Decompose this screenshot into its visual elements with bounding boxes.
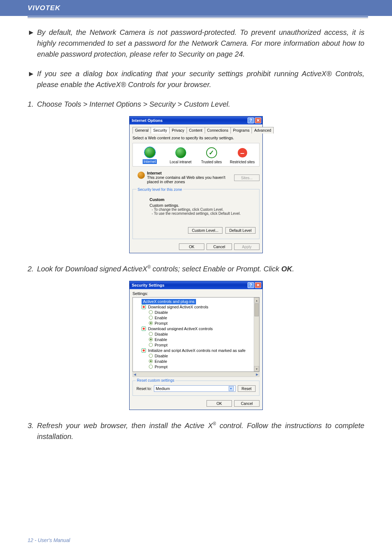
zone-label: Trusted sites (201, 160, 222, 164)
select-value: Medium (156, 386, 170, 391)
scroll-left-icon[interactable]: ◀ (134, 373, 136, 376)
bullet-2: ► If you see a dialog box indicating tha… (28, 68, 364, 90)
security-level-fieldset: Security level for this zone Custom Cust… (132, 189, 260, 239)
tree-item-label: Initialize and script ActiveX controls n… (148, 348, 245, 353)
dialog-title: Security Settings (132, 283, 248, 287)
cancel-button[interactable]: Cancel (207, 243, 232, 250)
step-3-text: Refresh your web browser, then install t… (37, 420, 364, 442)
tree-item[interactable]: Disable (134, 310, 259, 315)
tree-item: Download signed ActiveX controls (134, 304, 259, 310)
close-icon[interactable]: ✕ (255, 118, 261, 123)
radio-icon[interactable] (149, 321, 153, 325)
ok-button[interactable]: OK (179, 243, 204, 250)
radio-icon[interactable] (149, 354, 153, 358)
step-number: 1. (28, 99, 37, 110)
page-header: VIVOTEK (0, 0, 392, 16)
tree-item-label: Prompt (155, 365, 167, 369)
tree-item[interactable]: Prompt (134, 364, 259, 370)
tab-programs[interactable]: Programs (230, 127, 252, 134)
tree-item[interactable]: Prompt (134, 342, 259, 348)
custom-hint-2: - To use the recommended settings, click… (152, 212, 256, 216)
step-1: 1. Choose Tools > Internet Options > Sec… (28, 99, 364, 110)
close-icon[interactable]: ✕ (255, 282, 261, 288)
globe-icon (175, 147, 186, 158)
default-level-button[interactable]: Default Level (225, 227, 256, 234)
internet-options-dialog: Internet Options ? ✕ General Security Pr… (129, 116, 263, 253)
apply-button[interactable]: Apply (234, 243, 260, 250)
radio-icon[interactable] (149, 343, 153, 347)
bullet-2-text: If you see a dialog box indicating that … (37, 68, 364, 90)
reset-legend: Reset custom settings (136, 378, 175, 382)
gear-icon (142, 327, 146, 331)
step-3: 3. Refresh your web browser, then instal… (28, 420, 364, 442)
scroll-up-icon[interactable]: ▴ (254, 297, 259, 303)
reset-button[interactable]: Reset (238, 385, 256, 392)
zone-trusted-sites[interactable]: ✓ Trusted sites (199, 147, 224, 164)
page-footer: 12 - User's Manual (28, 537, 70, 543)
tree-item-label: Disable (155, 354, 168, 358)
zone-description: This zone contains all Web sites you hav… (147, 175, 225, 184)
tree-item[interactable]: Prompt (134, 321, 259, 326)
zone-restricted-sites[interactable]: – Restricted sites (230, 147, 255, 164)
tree-item-label: Prompt (155, 343, 167, 347)
sites-button[interactable]: Sites... (234, 175, 260, 181)
tab-general[interactable]: General (132, 127, 151, 134)
radio-icon[interactable] (149, 365, 153, 369)
tree-item[interactable]: Enable (134, 359, 259, 364)
custom-level-button[interactable]: Custom Level... (188, 227, 222, 234)
dialog-titlebar[interactable]: Internet Options ? ✕ (130, 116, 262, 124)
custom-subtitle: Custom settings. (150, 203, 256, 208)
tree-item-label: ActiveX controls and plug-ins (143, 299, 195, 304)
horizontal-scrollbar[interactable]: ◀ ▶ (132, 372, 260, 377)
tree-item-label: Enable (155, 359, 167, 364)
custom-title: Custom (150, 197, 256, 202)
step-number: 2. (28, 263, 37, 274)
reset-to-select[interactable]: Medium ▾ (154, 385, 236, 392)
tab-security[interactable]: Security (151, 127, 170, 134)
help-icon[interactable]: ? (248, 282, 254, 288)
radio-icon[interactable] (149, 332, 153, 336)
reset-fieldset: Reset custom settings Reset to: Medium ▾… (132, 381, 260, 396)
tree-item: ActiveX controls and plug-ins (142, 299, 196, 304)
zone-label: Local intranet (170, 160, 191, 164)
fieldset-legend: Security level for this zone (136, 187, 183, 192)
help-icon[interactable]: ? (248, 118, 254, 123)
zone-hint: Select a Web content zone to specify its… (132, 136, 260, 140)
zone-name: Internet (147, 171, 234, 175)
tab-connections[interactable]: Connections (205, 127, 231, 134)
security-settings-dialog: Security Settings ? ✕ Settings: ▴▾Active… (129, 281, 263, 410)
zone-local-intranet[interactable]: Local intranet (168, 147, 193, 164)
tree-item-label: Disable (155, 332, 168, 336)
tree-item[interactable]: Disable (134, 353, 259, 359)
gear-icon (142, 305, 146, 309)
tree-item[interactable]: Enable (134, 337, 259, 342)
cancel-button[interactable]: Cancel (234, 400, 260, 407)
radio-icon[interactable] (149, 359, 153, 363)
settings-tree[interactable]: ▴▾ActiveX controls and plug-insDownload … (132, 297, 260, 372)
dialog-titlebar[interactable]: Security Settings ? ✕ (130, 281, 262, 289)
tab-privacy[interactable]: Privacy (169, 127, 187, 134)
ok-button[interactable]: OK (207, 400, 232, 407)
scroll-right-icon[interactable]: ▶ (256, 373, 258, 376)
radio-icon[interactable] (149, 316, 153, 320)
tree-item[interactable]: Enable (134, 315, 259, 321)
tree-item-label: Disable (155, 310, 168, 315)
zone-picker: Internet Local intranet ✓ Trusted sites … (132, 143, 260, 167)
radio-icon[interactable] (149, 337, 153, 341)
step-2-text: Look for Download signed ActiveX® contro… (37, 263, 364, 274)
chevron-down-icon: ▾ (229, 386, 234, 391)
tree-item[interactable]: Disable (134, 332, 259, 337)
zone-label: Restricted sites (230, 160, 254, 164)
tree-item-label: Prompt (155, 321, 167, 325)
globe-icon (138, 172, 145, 179)
minus-icon: – (237, 147, 248, 158)
tree-item-label: Download unsigned ActiveX controls (148, 327, 213, 331)
radio-icon[interactable] (149, 310, 153, 314)
tree-item: Initialize and script ActiveX controls n… (134, 348, 259, 353)
zone-internet[interactable]: Internet (137, 147, 163, 164)
tab-advanced[interactable]: Advanced (252, 127, 274, 134)
tab-bar: General Security Privacy Content Connect… (132, 127, 260, 134)
tab-content[interactable]: Content (187, 127, 205, 134)
tree-item: Download unsigned ActiveX controls (134, 326, 259, 332)
dialog-title: Internet Options (132, 118, 248, 123)
